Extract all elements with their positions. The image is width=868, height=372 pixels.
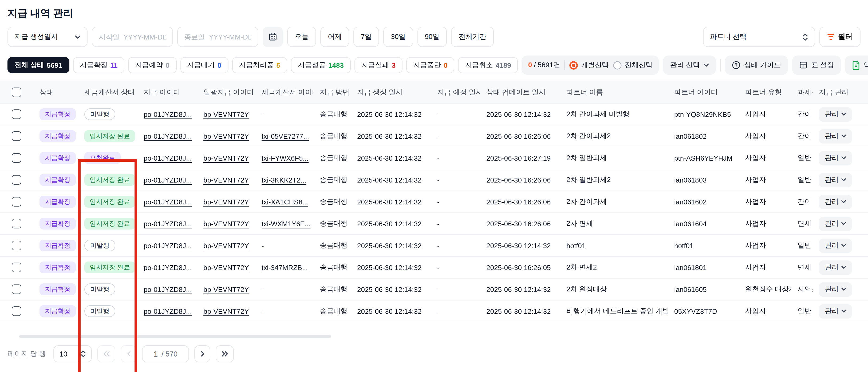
row-checkbox[interactable] — [12, 262, 21, 272]
status-chip[interactable]: 지급성공 1483 — [291, 57, 351, 73]
tax-invoice-id-link[interactable]: txi-05VE7277... — [261, 132, 309, 140]
manage-button[interactable]: 관리 — [819, 282, 852, 297]
status-chip[interactable]: 지급대기 0 — [180, 57, 228, 73]
col-header-tax-invoice-status[interactable]: 세금계산서 상태 — [78, 81, 137, 103]
row-checkbox[interactable] — [12, 219, 21, 228]
quick-range-all[interactable]: 전체기간 — [451, 27, 494, 47]
manage-button[interactable]: 관리 — [819, 238, 852, 253]
row-checkbox[interactable] — [12, 197, 21, 207]
col-header-taxation[interactable]: 과세·소 — [791, 81, 812, 103]
payout-id-link[interactable]: po-01JYZD8J... — [144, 307, 192, 315]
horizontal-scrollbar-thumb[interactable] — [19, 335, 331, 338]
payout-id-link[interactable]: po-01JYZD8J... — [144, 285, 192, 293]
quick-range-today[interactable]: 오늘 — [287, 27, 316, 47]
bulk-payout-id-link[interactable]: bp-VEVNT72Y — [204, 110, 249, 118]
col-header-method[interactable]: 지급 방법 — [313, 81, 351, 103]
payout-id-link[interactable]: po-01JYZD8J... — [144, 242, 192, 249]
rows-per-page-select[interactable]: 10 — [53, 345, 92, 362]
manage-select-button[interactable]: 관리 선택 — [663, 56, 716, 75]
status-chip[interactable]: 지급예약 0 — [128, 57, 177, 73]
col-header-status[interactable]: 상태 — [33, 81, 78, 103]
last-page-button[interactable] — [216, 345, 234, 362]
bulk-payout-id-link[interactable]: bp-VEVNT72Y — [204, 132, 249, 140]
table-settings-button[interactable]: 표 설정 — [792, 56, 841, 75]
payout-id-link[interactable]: po-01JYZD8J... — [144, 220, 192, 228]
bulk-payout-id-link[interactable]: bp-VEVNT72Y — [204, 307, 249, 315]
manage-button[interactable]: 관리 — [819, 129, 852, 143]
payout-id-link[interactable]: po-01JYZD8J... — [144, 110, 192, 118]
payout-id-link[interactable]: po-01JYZD8J... — [144, 198, 192, 206]
quick-range-90d[interactable]: 90일 — [417, 27, 447, 47]
payout-id-link[interactable]: po-01JYZD8J... — [144, 154, 192, 162]
bulk-payout-id-link[interactable]: bp-VEVNT72Y — [204, 220, 249, 228]
payout-id-link[interactable]: po-01JYZD8J... — [144, 132, 192, 140]
row-checkbox[interactable] — [12, 131, 21, 141]
col-header-bulk-payout-id[interactable]: 일괄지급 아이디 — [197, 81, 255, 103]
manage-button[interactable]: 관리 — [819, 194, 852, 209]
partner-select[interactable]: 파트너 선택 — [703, 27, 815, 47]
end-date-input[interactable] — [184, 33, 251, 41]
status-chip[interactable]: 지급처리중 5 — [232, 57, 287, 73]
row-checkbox[interactable] — [12, 306, 21, 316]
manage-button[interactable]: 관리 — [819, 216, 852, 231]
bulk-payout-id-link[interactable]: bp-VEVNT72Y — [204, 242, 249, 249]
status-guide-button[interactable]: 상태 가이드 — [725, 56, 788, 75]
manage-button[interactable]: 관리 — [819, 107, 852, 121]
cell-method: 송금대행 — [313, 103, 351, 125]
cell-scheduled-at: - — [431, 191, 480, 213]
col-header-created-at[interactable]: 지급 생성 일시 — [351, 81, 431, 103]
status-chip[interactable]: 지급중단 0 — [406, 57, 454, 73]
row-checkbox[interactable] — [12, 110, 21, 119]
status-chip[interactable]: 지급확정 11 — [73, 57, 125, 73]
col-header-manage[interactable]: 지급 관리 — [812, 81, 868, 103]
row-checkbox[interactable] — [12, 175, 21, 185]
col-header-partner-id[interactable]: 파트너 아이디 — [668, 81, 739, 103]
payout-id-link[interactable]: po-01JYZD8J... — [144, 264, 192, 271]
next-page-button[interactable] — [194, 345, 210, 362]
row-checkbox[interactable] — [12, 284, 21, 294]
excel-download-button[interactable]: 엑셀 다운로드 — [845, 56, 868, 75]
manage-button[interactable]: 관리 — [819, 304, 852, 318]
row-checkbox[interactable] — [12, 241, 21, 250]
status-chip[interactable]: 지급실패 3 — [354, 57, 403, 73]
tax-invoice-id-link[interactable]: txi-3KKK2T2... — [261, 176, 306, 184]
col-header-tax-invoice-id[interactable]: 세금계산서 아이디 — [255, 81, 313, 103]
col-header-payout-id[interactable]: 지급 아이디 — [137, 81, 197, 103]
end-date-field[interactable] — [177, 27, 258, 47]
manage-button[interactable]: 관리 — [819, 173, 852, 187]
bulk-payout-id-link[interactable]: bp-VEVNT72Y — [204, 285, 249, 293]
status-chip[interactable]: 지급취소 4189 — [458, 57, 518, 73]
calendar-button[interactable] — [262, 27, 283, 47]
filter-button[interactable]: 필터 — [819, 27, 861, 47]
bulk-payout-id-link[interactable]: bp-VEVNT72Y — [204, 154, 249, 162]
tax-invoice-id-link[interactable]: txi-347MRZB... — [261, 264, 308, 271]
payout-id-link[interactable]: po-01JYZD8J... — [144, 176, 192, 184]
tax-invoice-id-link[interactable]: txi-XA1CHS8... — [261, 198, 308, 206]
bulk-payout-id-link[interactable]: bp-VEVNT72Y — [204, 198, 249, 206]
row-checkbox[interactable] — [12, 153, 21, 163]
manage-button[interactable]: 관리 — [819, 151, 852, 165]
start-date-input[interactable] — [99, 33, 166, 41]
tax-invoice-id-link[interactable]: txi-FYWX6F5... — [261, 154, 309, 162]
prev-page-button[interactable] — [121, 345, 137, 362]
cell-partner-type: 사업자 — [739, 256, 791, 278]
start-date-field[interactable] — [92, 27, 173, 47]
tax-invoice-id-link[interactable]: txi-WXM1Y6E... — [261, 220, 311, 228]
rows-per-page-value: 10 — [59, 350, 67, 358]
bulk-payout-id-link[interactable]: bp-VEVNT72Y — [204, 176, 249, 184]
status-chip-all[interactable]: 전체 상태 5691 — [7, 57, 69, 73]
quick-range-yesterday[interactable]: 어제 — [320, 27, 349, 47]
date-type-select[interactable]: 지급 생성일시 — [7, 27, 88, 47]
quick-range-7d[interactable]: 7일 — [353, 27, 379, 47]
col-header-updated-at[interactable]: 상태 업데이트 일시 — [480, 81, 560, 103]
manage-button[interactable]: 관리 — [819, 260, 852, 275]
select-all-checkbox[interactable] — [12, 87, 21, 97]
col-header-partner-name[interactable]: 파트너 이름 — [560, 81, 668, 103]
radio-all-select[interactable]: 전체선택 — [613, 60, 653, 70]
quick-range-30d[interactable]: 30일 — [383, 27, 413, 47]
first-page-button[interactable] — [97, 345, 115, 362]
col-header-scheduled-at[interactable]: 지급 예정 일시 — [431, 81, 480, 103]
radio-individual-select[interactable]: 개별선택 — [569, 60, 609, 70]
col-header-partner-type[interactable]: 파트너 유형 — [739, 81, 791, 103]
bulk-payout-id-link[interactable]: bp-VEVNT72Y — [204, 264, 249, 271]
